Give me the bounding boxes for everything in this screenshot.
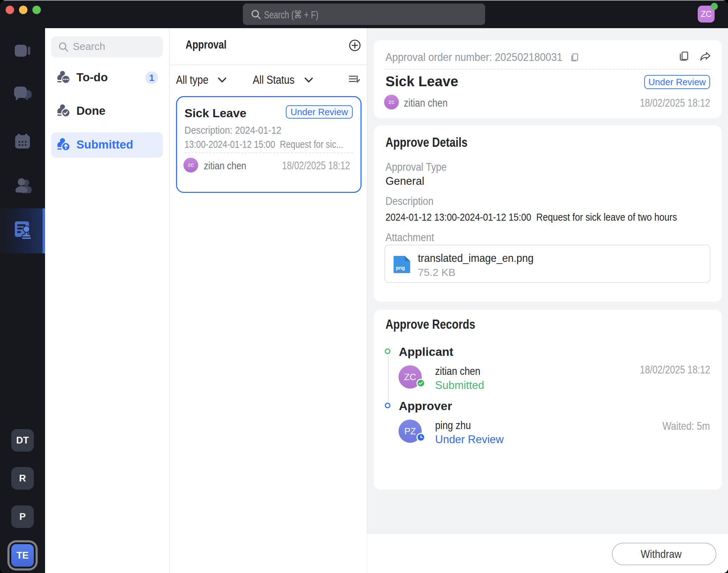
svg-text:png: png — [396, 265, 405, 271]
